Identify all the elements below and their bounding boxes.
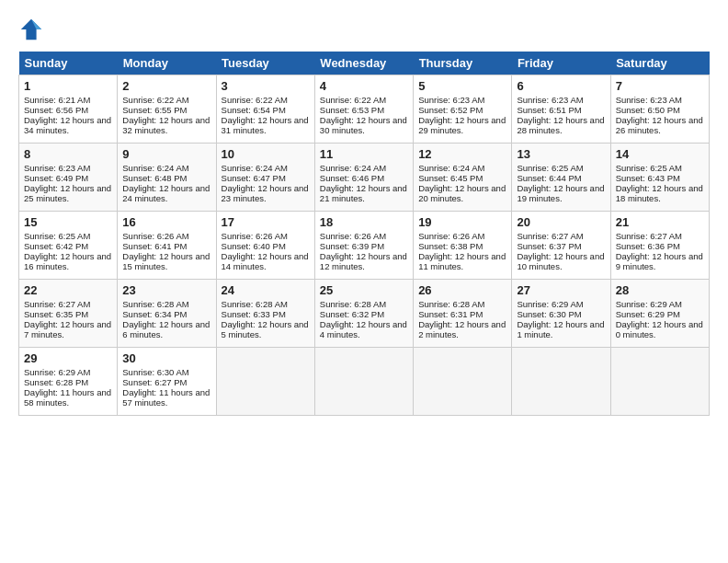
daylight: Daylight: 12 hours and 29 minutes. xyxy=(418,115,506,135)
day-number: 19 xyxy=(418,215,506,229)
sunrise: Sunrise: 6:23 AM xyxy=(24,163,90,173)
header xyxy=(18,17,710,42)
sunset: Sunset: 6:32 PM xyxy=(320,309,384,319)
daylight: Daylight: 12 hours and 23 minutes. xyxy=(222,183,309,203)
daylight: Daylight: 11 hours and 58 minutes. xyxy=(24,387,111,408)
sunset: Sunset: 6:30 PM xyxy=(517,309,581,319)
col-header-thursday: Thursday xyxy=(414,52,512,75)
day-number: 4 xyxy=(320,79,408,93)
sunset: Sunset: 6:56 PM xyxy=(24,105,88,115)
sunset: Sunset: 6:45 PM xyxy=(418,173,483,183)
day-number: 7 xyxy=(616,79,704,93)
daylight: Daylight: 12 hours and 2 minutes. xyxy=(418,319,506,339)
sunrise: Sunrise: 6:22 AM xyxy=(122,95,188,105)
col-header-saturday: Saturday xyxy=(610,52,709,75)
day-number: 20 xyxy=(517,215,605,229)
col-header-monday: Monday xyxy=(118,52,216,75)
daylight: Daylight: 12 hours and 19 minutes. xyxy=(517,183,604,203)
daylight: Daylight: 12 hours and 26 minutes. xyxy=(616,115,703,135)
daylight: Daylight: 12 hours and 24 minutes. xyxy=(122,183,210,203)
sunrise: Sunrise: 6:29 AM xyxy=(24,367,90,377)
day-number: 22 xyxy=(24,283,112,297)
sunrise: Sunrise: 6:28 AM xyxy=(320,299,386,309)
sunrise: Sunrise: 6:28 AM xyxy=(222,299,288,309)
day-cell: 8Sunrise: 6:23 AMSunset: 6:49 PMDaylight… xyxy=(19,144,118,212)
sunrise: Sunrise: 6:21 AM xyxy=(24,95,90,105)
sunset: Sunset: 6:48 PM xyxy=(122,173,187,183)
sunset: Sunset: 6:35 PM xyxy=(24,309,88,319)
daylight: Daylight: 12 hours and 10 minutes. xyxy=(517,251,604,271)
daylight: Daylight: 12 hours and 21 minutes. xyxy=(320,183,407,203)
week-row-1: 1Sunrise: 6:21 AMSunset: 6:56 PMDaylight… xyxy=(19,75,710,144)
day-number: 30 xyxy=(122,351,210,365)
day-cell: 13Sunrise: 6:25 AMSunset: 6:44 PMDayligh… xyxy=(512,144,610,212)
day-cell: 12Sunrise: 6:24 AMSunset: 6:45 PMDayligh… xyxy=(414,144,512,212)
sunrise: Sunrise: 6:30 AM xyxy=(122,367,188,377)
sunrise: Sunrise: 6:26 AM xyxy=(320,231,386,241)
col-header-sunday: Sunday xyxy=(19,52,118,75)
day-number: 18 xyxy=(320,215,408,229)
sunrise: Sunrise: 6:27 AM xyxy=(616,231,682,241)
sunset: Sunset: 6:34 PM xyxy=(122,309,187,319)
day-cell: 17Sunrise: 6:26 AMSunset: 6:40 PMDayligh… xyxy=(216,212,314,280)
sunset: Sunset: 6:39 PM xyxy=(320,241,384,251)
day-cell: 23Sunrise: 6:28 AMSunset: 6:34 PMDayligh… xyxy=(118,280,216,348)
logo-icon xyxy=(18,17,44,42)
day-number: 26 xyxy=(418,283,506,297)
day-cell: 30Sunrise: 6:30 AMSunset: 6:27 PMDayligh… xyxy=(118,348,216,416)
sunset: Sunset: 6:50 PM xyxy=(616,105,680,115)
sunrise: Sunrise: 6:24 AM xyxy=(222,163,288,173)
daylight: Daylight: 12 hours and 25 minutes. xyxy=(24,183,111,203)
day-number: 6 xyxy=(517,79,605,93)
sunset: Sunset: 6:53 PM xyxy=(320,105,384,115)
day-cell: 24Sunrise: 6:28 AMSunset: 6:33 PMDayligh… xyxy=(216,280,314,348)
col-header-tuesday: Tuesday xyxy=(216,52,314,75)
day-cell: 19Sunrise: 6:26 AMSunset: 6:38 PMDayligh… xyxy=(414,212,512,280)
daylight: Daylight: 12 hours and 20 minutes. xyxy=(418,183,506,203)
sunrise: Sunrise: 6:25 AM xyxy=(517,163,583,173)
day-cell: 26Sunrise: 6:28 AMSunset: 6:31 PMDayligh… xyxy=(414,280,512,348)
day-cell: 14Sunrise: 6:25 AMSunset: 6:43 PMDayligh… xyxy=(610,144,709,212)
day-cell xyxy=(414,348,512,416)
sunset: Sunset: 6:46 PM xyxy=(320,173,384,183)
header-row: SundayMondayTuesdayWednesdayThursdayFrid… xyxy=(19,52,710,75)
day-cell: 29Sunrise: 6:29 AMSunset: 6:28 PMDayligh… xyxy=(19,348,118,416)
daylight: Daylight: 12 hours and 30 minutes. xyxy=(320,115,407,135)
sunset: Sunset: 6:55 PM xyxy=(122,105,187,115)
day-number: 3 xyxy=(222,79,310,93)
sunrise: Sunrise: 6:29 AM xyxy=(616,299,682,309)
sunset: Sunset: 6:36 PM xyxy=(616,241,680,251)
sunset: Sunset: 6:51 PM xyxy=(517,105,581,115)
daylight: Daylight: 12 hours and 34 minutes. xyxy=(24,115,111,135)
daylight: Daylight: 12 hours and 11 minutes. xyxy=(418,251,506,271)
day-number: 10 xyxy=(222,147,310,161)
sunrise: Sunrise: 6:23 AM xyxy=(418,95,484,105)
day-number: 16 xyxy=(122,215,210,229)
sunrise: Sunrise: 6:26 AM xyxy=(222,231,288,241)
day-cell: 9Sunrise: 6:24 AMSunset: 6:48 PMDaylight… xyxy=(118,144,216,212)
page: SundayMondayTuesdayWednesdayThursdayFrid… xyxy=(0,0,728,425)
day-cell: 11Sunrise: 6:24 AMSunset: 6:46 PMDayligh… xyxy=(314,144,413,212)
day-cell: 28Sunrise: 6:29 AMSunset: 6:29 PMDayligh… xyxy=(610,280,709,348)
sunrise: Sunrise: 6:28 AM xyxy=(122,299,188,309)
day-cell: 22Sunrise: 6:27 AMSunset: 6:35 PMDayligh… xyxy=(19,280,118,348)
day-cell: 16Sunrise: 6:26 AMSunset: 6:41 PMDayligh… xyxy=(118,212,216,280)
day-number: 24 xyxy=(222,283,310,297)
sunset: Sunset: 6:28 PM xyxy=(24,377,88,387)
day-number: 29 xyxy=(24,351,112,365)
sunrise: Sunrise: 6:26 AM xyxy=(418,231,484,241)
day-cell: 21Sunrise: 6:27 AMSunset: 6:36 PMDayligh… xyxy=(610,212,709,280)
col-header-wednesday: Wednesday xyxy=(314,52,413,75)
day-cell: 2Sunrise: 6:22 AMSunset: 6:55 PMDaylight… xyxy=(118,75,216,144)
day-number: 2 xyxy=(122,79,210,93)
sunrise: Sunrise: 6:23 AM xyxy=(616,95,682,105)
day-number: 14 xyxy=(616,147,704,161)
week-row-4: 22Sunrise: 6:27 AMSunset: 6:35 PMDayligh… xyxy=(19,280,710,348)
day-cell xyxy=(610,348,709,416)
sunset: Sunset: 6:42 PM xyxy=(24,241,88,251)
sunset: Sunset: 6:49 PM xyxy=(24,173,88,183)
daylight: Daylight: 12 hours and 6 minutes. xyxy=(122,319,210,339)
daylight: Daylight: 12 hours and 0 minutes. xyxy=(616,319,703,339)
daylight: Daylight: 12 hours and 1 minute. xyxy=(517,319,604,339)
day-number: 27 xyxy=(517,283,605,297)
